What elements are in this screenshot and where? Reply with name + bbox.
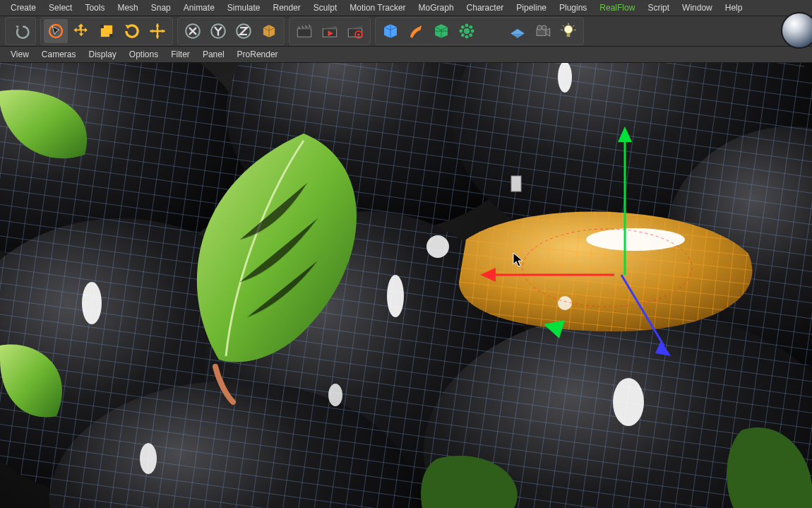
menu-realflow[interactable]: RealFlow	[593, 0, 641, 16]
menu-simulate[interactable]: Simulate	[221, 0, 267, 16]
last-tool-button[interactable]	[145, 19, 169, 43]
camera-button[interactable]	[531, 19, 555, 43]
undo-button[interactable]	[8, 19, 32, 43]
menu-mesh[interactable]: Mesh	[111, 0, 144, 16]
scene-render	[0, 63, 812, 508]
clapper-gear-icon	[346, 22, 364, 40]
light-icon	[559, 22, 578, 40]
group-transform	[40, 17, 173, 45]
viewmenu-prorender[interactable]: ProRender	[231, 47, 285, 62]
axis-x-icon	[184, 22, 202, 40]
z-axis-button[interactable]	[232, 19, 256, 43]
svg-point-44	[426, 235, 449, 258]
subdiv-icon	[432, 22, 450, 40]
svg-point-24	[564, 25, 572, 33]
menu-help[interactable]: Help	[719, 0, 749, 16]
clapper-icon	[295, 22, 314, 40]
scale-button[interactable]	[95, 19, 119, 43]
render-settings-button[interactable]	[343, 19, 367, 43]
menu-animate[interactable]: Animate	[177, 0, 221, 16]
spline-button[interactable]	[404, 19, 428, 43]
cloner-button[interactable]	[455, 19, 479, 43]
scale-icon	[97, 22, 116, 40]
render-view-button[interactable]	[292, 19, 316, 43]
svg-point-17	[461, 25, 465, 29]
svg-point-19	[461, 33, 465, 37]
svg-rect-2	[100, 25, 104, 28]
svg-point-23	[542, 25, 547, 30]
viewmenu-cameras[interactable]: Cameras	[35, 47, 83, 62]
svg-rect-7	[297, 29, 311, 37]
live-selection-button[interactable]	[44, 19, 68, 43]
menu-snap[interactable]: Snap	[145, 0, 177, 16]
y-axis-button[interactable]	[206, 19, 230, 43]
primitive-button[interactable]	[378, 19, 402, 43]
menu-select[interactable]: Select	[42, 0, 78, 16]
viewmenu-filter[interactable]: Filter	[165, 47, 196, 62]
cursor-icon	[47, 22, 65, 40]
axis-z-icon	[234, 22, 253, 40]
axis-y-icon	[209, 22, 227, 40]
cloner-icon	[458, 22, 476, 40]
svg-point-11	[357, 33, 359, 35]
move-button[interactable]	[69, 19, 93, 43]
viewmenu-view[interactable]: View	[4, 47, 35, 62]
svg-rect-55	[511, 176, 521, 191]
deformer-button[interactable]	[480, 19, 504, 43]
menu-script[interactable]: Script	[641, 0, 676, 16]
svg-point-49	[586, 228, 685, 251]
cube-icon	[381, 22, 400, 40]
viewmenu-panel[interactable]: Panel	[196, 47, 231, 62]
svg-point-46	[613, 378, 644, 426]
viewport-menu: View Cameras Display Options Filter Pane…	[0, 47, 812, 63]
svg-point-47	[140, 443, 157, 474]
rotate-icon	[123, 22, 141, 40]
group-render	[289, 17, 371, 45]
crosshair-icon	[148, 22, 167, 40]
menu-plugins[interactable]: Plugins	[553, 0, 593, 16]
group-axis	[177, 17, 285, 45]
camera-icon	[534, 22, 552, 40]
viewport[interactable]: Perspective	[0, 63, 812, 508]
light-button[interactable]	[556, 19, 580, 43]
viewmenu-options[interactable]: Options	[123, 47, 165, 62]
svg-point-14	[465, 35, 469, 39]
rotate-button[interactable]	[120, 19, 144, 43]
move-icon	[72, 22, 90, 40]
cube-axis-icon	[260, 22, 278, 40]
x-axis-button[interactable]	[181, 19, 205, 43]
svg-point-45	[558, 63, 572, 93]
menu-tools[interactable]: Tools	[78, 0, 111, 16]
svg-point-43	[387, 275, 404, 317]
menu-character[interactable]: Character	[460, 0, 511, 16]
svg-point-22	[537, 25, 542, 30]
svg-rect-25	[567, 33, 571, 37]
menu-pipeline[interactable]: Pipeline	[510, 0, 553, 16]
menu-render[interactable]: Render	[267, 0, 307, 16]
svg-point-13	[465, 23, 469, 27]
menu-sculpt[interactable]: Sculpt	[307, 0, 343, 16]
floor-icon	[508, 22, 527, 40]
svg-point-15	[459, 30, 462, 33]
svg-point-18	[469, 25, 472, 29]
svg-point-12	[464, 28, 470, 34]
svg-point-20	[469, 33, 472, 37]
main-toolbar	[0, 16, 812, 47]
svg-point-50	[558, 296, 572, 310]
main-menu: Create Select Tools Mesh Snap Animate Si…	[0, 0, 812, 16]
viewmenu-display[interactable]: Display	[82, 47, 122, 62]
svg-point-42	[82, 282, 102, 324]
menu-create[interactable]: Create	[4, 0, 42, 16]
undo-icon	[11, 22, 30, 40]
coord-system-button[interactable]	[257, 19, 281, 43]
menu-motion-tracker[interactable]: Motion Tracker	[343, 0, 412, 16]
render-picture-viewer-button[interactable]	[318, 19, 342, 43]
app-logo	[782, 13, 812, 47]
deformer-icon	[483, 22, 501, 40]
menu-mograph[interactable]: MoGraph	[412, 0, 460, 16]
svg-rect-3	[109, 34, 113, 37]
environment-button[interactable]	[506, 19, 530, 43]
group-undo	[5, 17, 36, 45]
generator-button[interactable]	[429, 19, 453, 43]
menu-window[interactable]: Window	[676, 0, 719, 16]
